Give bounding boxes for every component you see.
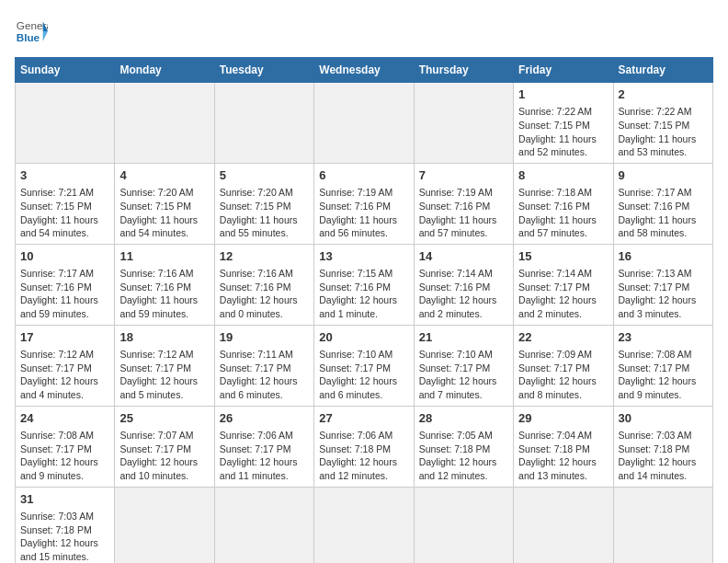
day-info: Sunrise: 7:08 AMSunset: 7:17 PMDaylight:… <box>619 349 697 400</box>
calendar-cell: 17Sunrise: 7:12 AMSunset: 7:17 PMDayligh… <box>16 325 115 406</box>
calendar-cell: 12Sunrise: 7:16 AMSunset: 7:16 PMDayligh… <box>214 244 313 325</box>
calendar-cell <box>514 487 613 563</box>
day-info: Sunrise: 7:06 AMSunset: 7:17 PMDaylight:… <box>220 430 298 481</box>
day-number: 11 <box>119 248 209 265</box>
day-of-week-header: Tuesday <box>214 58 313 83</box>
day-number: 14 <box>419 248 508 265</box>
day-number: 21 <box>419 329 508 346</box>
calendar-cell: 20Sunrise: 7:10 AMSunset: 7:17 PMDayligh… <box>314 325 414 406</box>
day-info: Sunrise: 7:10 AMSunset: 7:17 PMDaylight:… <box>419 349 497 400</box>
day-number: 24 <box>20 410 109 427</box>
calendar-cell: 7Sunrise: 7:19 AMSunset: 7:16 PMDaylight… <box>414 163 513 244</box>
day-number: 10 <box>20 248 109 265</box>
day-number: 25 <box>119 410 209 427</box>
day-number: 7 <box>419 167 508 184</box>
day-info: Sunrise: 7:11 AMSunset: 7:17 PMDaylight:… <box>220 349 298 400</box>
day-info: Sunrise: 7:10 AMSunset: 7:17 PMDaylight:… <box>319 349 397 400</box>
day-number: 19 <box>220 329 309 346</box>
day-info: Sunrise: 7:14 AMSunset: 7:17 PMDaylight:… <box>518 268 597 319</box>
calendar-cell: 9Sunrise: 7:17 AMSunset: 7:16 PMDaylight… <box>613 163 712 244</box>
calendar-cell <box>115 83 214 164</box>
day-info: Sunrise: 7:22 AMSunset: 7:15 PMDaylight:… <box>619 106 697 157</box>
day-info: Sunrise: 7:19 AMSunset: 7:16 PMDaylight:… <box>319 187 397 238</box>
calendar-cell: 28Sunrise: 7:05 AMSunset: 7:18 PMDayligh… <box>414 406 513 487</box>
header: General Blue <box>15 15 713 48</box>
calendar-cell <box>314 83 414 164</box>
day-info: Sunrise: 7:14 AMSunset: 7:16 PMDaylight:… <box>419 268 497 319</box>
day-info: Sunrise: 7:16 AMSunset: 7:16 PMDaylight:… <box>220 268 298 319</box>
day-number: 9 <box>619 167 708 184</box>
day-of-week-header: Wednesday <box>314 58 414 83</box>
day-of-week-header: Thursday <box>414 58 513 83</box>
day-number: 26 <box>220 410 309 427</box>
day-of-week-header: Monday <box>115 58 214 83</box>
calendar-cell: 15Sunrise: 7:14 AMSunset: 7:17 PMDayligh… <box>514 244 613 325</box>
day-number: 13 <box>319 248 408 265</box>
day-number: 30 <box>619 410 708 427</box>
calendar-cell <box>314 487 414 563</box>
day-info: Sunrise: 7:06 AMSunset: 7:18 PMDaylight:… <box>319 430 397 481</box>
day-number: 28 <box>419 410 508 427</box>
day-info: Sunrise: 7:05 AMSunset: 7:18 PMDaylight:… <box>419 430 497 481</box>
day-number: 8 <box>518 167 608 184</box>
day-info: Sunrise: 7:21 AMSunset: 7:15 PMDaylight:… <box>20 187 98 238</box>
day-info: Sunrise: 7:18 AMSunset: 7:16 PMDaylight:… <box>518 187 597 238</box>
day-number: 4 <box>119 167 209 184</box>
day-of-week-header: Sunday <box>16 58 115 83</box>
svg-text:Blue: Blue <box>17 31 40 43</box>
day-number: 3 <box>20 167 109 184</box>
calendar-cell: 23Sunrise: 7:08 AMSunset: 7:17 PMDayligh… <box>613 325 712 406</box>
calendar-cell: 1Sunrise: 7:22 AMSunset: 7:15 PMDaylight… <box>514 83 613 164</box>
day-number: 27 <box>319 410 408 427</box>
calendar-cell <box>115 487 214 563</box>
calendar-cell: 14Sunrise: 7:14 AMSunset: 7:16 PMDayligh… <box>414 244 513 325</box>
day-info: Sunrise: 7:07 AMSunset: 7:17 PMDaylight:… <box>119 430 198 481</box>
calendar-cell: 16Sunrise: 7:13 AMSunset: 7:17 PMDayligh… <box>613 244 712 325</box>
calendar-cell: 8Sunrise: 7:18 AMSunset: 7:16 PMDaylight… <box>514 163 613 244</box>
calendar-cell: 31Sunrise: 7:03 AMSunset: 7:18 PMDayligh… <box>16 487 115 563</box>
calendar-cell: 10Sunrise: 7:17 AMSunset: 7:16 PMDayligh… <box>16 244 115 325</box>
day-number: 29 <box>518 410 608 427</box>
day-info: Sunrise: 7:22 AMSunset: 7:15 PMDaylight:… <box>518 106 597 157</box>
day-info: Sunrise: 7:17 AMSunset: 7:16 PMDaylight:… <box>20 268 98 319</box>
calendar-cell: 4Sunrise: 7:20 AMSunset: 7:15 PMDaylight… <box>115 163 214 244</box>
day-info: Sunrise: 7:15 AMSunset: 7:16 PMDaylight:… <box>319 268 397 319</box>
calendar-cell: 19Sunrise: 7:11 AMSunset: 7:17 PMDayligh… <box>214 325 313 406</box>
svg-marker-3 <box>43 31 48 41</box>
day-number: 18 <box>119 329 209 346</box>
day-info: Sunrise: 7:08 AMSunset: 7:17 PMDaylight:… <box>20 430 98 481</box>
day-info: Sunrise: 7:12 AMSunset: 7:17 PMDaylight:… <box>20 349 98 400</box>
calendar-cell <box>414 83 513 164</box>
day-number: 5 <box>220 167 309 184</box>
day-info: Sunrise: 7:03 AMSunset: 7:18 PMDaylight:… <box>20 511 98 562</box>
day-info: Sunrise: 7:04 AMSunset: 7:18 PMDaylight:… <box>518 430 597 481</box>
calendar-cell: 6Sunrise: 7:19 AMSunset: 7:16 PMDaylight… <box>314 163 414 244</box>
calendar-cell: 2Sunrise: 7:22 AMSunset: 7:15 PMDaylight… <box>613 83 712 164</box>
day-number: 20 <box>319 329 408 346</box>
day-number: 31 <box>20 491 109 508</box>
day-number: 1 <box>518 86 608 103</box>
day-number: 22 <box>518 329 608 346</box>
day-number: 15 <box>518 248 608 265</box>
calendar-table: SundayMondayTuesdayWednesdayThursdayFrid… <box>15 57 713 563</box>
calendar-cell: 3Sunrise: 7:21 AMSunset: 7:15 PMDaylight… <box>16 163 115 244</box>
calendar-cell: 24Sunrise: 7:08 AMSunset: 7:17 PMDayligh… <box>16 406 115 487</box>
day-number: 2 <box>619 86 708 103</box>
day-info: Sunrise: 7:19 AMSunset: 7:16 PMDaylight:… <box>419 187 497 238</box>
calendar-cell <box>414 487 513 563</box>
calendar-cell <box>16 83 115 164</box>
day-info: Sunrise: 7:03 AMSunset: 7:18 PMDaylight:… <box>619 430 697 481</box>
calendar-cell: 18Sunrise: 7:12 AMSunset: 7:17 PMDayligh… <box>115 325 214 406</box>
calendar-cell: 29Sunrise: 7:04 AMSunset: 7:18 PMDayligh… <box>514 406 613 487</box>
day-info: Sunrise: 7:20 AMSunset: 7:15 PMDaylight:… <box>119 187 198 238</box>
day-of-week-header: Saturday <box>613 58 712 83</box>
day-of-week-header: Friday <box>514 58 613 83</box>
calendar-cell: 13Sunrise: 7:15 AMSunset: 7:16 PMDayligh… <box>314 244 414 325</box>
calendar-cell <box>214 83 313 164</box>
day-number: 16 <box>619 248 708 265</box>
calendar-cell: 27Sunrise: 7:06 AMSunset: 7:18 PMDayligh… <box>314 406 414 487</box>
day-info: Sunrise: 7:12 AMSunset: 7:17 PMDaylight:… <box>119 349 198 400</box>
calendar-cell: 11Sunrise: 7:16 AMSunset: 7:16 PMDayligh… <box>115 244 214 325</box>
calendar-cell: 25Sunrise: 7:07 AMSunset: 7:17 PMDayligh… <box>115 406 214 487</box>
logo-icon: General Blue <box>15 15 48 48</box>
